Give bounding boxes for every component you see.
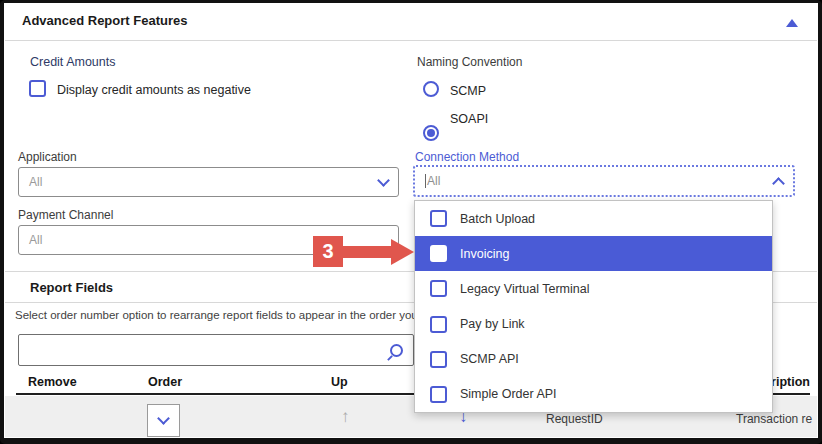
- option-label: Invoicing: [460, 247, 509, 261]
- credit-negative-checkbox-label[interactable]: Display credit amounts as negative: [57, 83, 251, 97]
- search-input[interactable]: [29, 343, 390, 357]
- checkbox-icon[interactable]: [430, 386, 447, 403]
- row-field-name: RequestID: [546, 412, 603, 426]
- credit-negative-checkbox[interactable]: [29, 80, 46, 97]
- option-pay-by-link[interactable]: Pay by Link: [415, 307, 772, 342]
- option-label: Simple Order API: [460, 387, 557, 401]
- search-icon[interactable]: [390, 344, 403, 357]
- screenshot-frame: Advanced Report Features Credit Amounts …: [0, 0, 822, 444]
- checkbox-icon[interactable]: [430, 245, 447, 262]
- option-label: Pay by Link: [460, 317, 525, 331]
- connection-method-combobox[interactable]: All: [413, 165, 795, 197]
- row-description: Transaction re: [736, 412, 812, 426]
- radio-scmp[interactable]: [423, 81, 439, 97]
- move-up-icon[interactable]: ↑: [341, 407, 350, 427]
- callout-arrow-head-icon: [391, 239, 414, 265]
- column-header-remove: Remove: [28, 375, 77, 389]
- radio-soapi-label[interactable]: SOAPI: [450, 112, 488, 126]
- application-value: All: [29, 175, 379, 189]
- checkbox-icon[interactable]: [430, 210, 447, 227]
- text-cursor: [425, 174, 426, 188]
- option-invoicing[interactable]: Invoicing: [415, 236, 772, 271]
- chevron-up-icon: [772, 177, 785, 190]
- option-legacy-virtual-terminal[interactable]: Legacy Virtual Terminal: [415, 271, 772, 306]
- report-fields-search[interactable]: [18, 334, 414, 366]
- checkbox-icon[interactable]: [430, 280, 447, 297]
- connection-method-value: All: [427, 174, 774, 188]
- column-header-up: Up: [331, 375, 348, 389]
- checkbox-icon[interactable]: [430, 351, 447, 368]
- column-header-order: Order: [148, 375, 182, 389]
- option-simple-order-api[interactable]: Simple Order API: [415, 377, 772, 412]
- chevron-down-icon: [157, 412, 170, 425]
- naming-convention-label: Naming Convention: [417, 55, 522, 69]
- option-label: SCMP API: [460, 352, 519, 366]
- application-label: Application: [18, 150, 77, 164]
- order-select[interactable]: [147, 404, 180, 437]
- chevron-down-icon: [377, 174, 390, 187]
- option-scmp-api[interactable]: SCMP API: [415, 342, 772, 377]
- payment-channel-label: Payment Channel: [18, 208, 113, 222]
- option-label: Legacy Virtual Terminal: [460, 282, 589, 296]
- report-fields-instruction: Select order number option to rearrange …: [15, 309, 451, 321]
- section-title: Advanced Report Features: [22, 13, 187, 28]
- header-divider: [5, 40, 817, 41]
- callout-arrow-shaft: [342, 246, 392, 258]
- credit-amounts-label: Credit Amounts: [30, 55, 115, 69]
- advanced-report-card: Advanced Report Features Credit Amounts …: [4, 3, 818, 438]
- radio-soapi[interactable]: [423, 125, 439, 141]
- step-callout-number: 3: [313, 236, 343, 267]
- option-label: Batch Upload: [460, 212, 535, 226]
- connection-method-label: Connection Method: [415, 150, 519, 164]
- checkbox-icon[interactable]: [430, 316, 447, 333]
- application-select[interactable]: All: [18, 167, 399, 197]
- report-fields-title: Report Fields: [30, 280, 113, 295]
- collapse-section-icon[interactable]: [786, 19, 798, 27]
- connection-method-dropdown: Batch Upload Invoicing Legacy Virtual Te…: [414, 200, 773, 413]
- radio-scmp-label[interactable]: SCMP: [450, 84, 486, 98]
- option-batch-upload[interactable]: Batch Upload: [415, 201, 772, 236]
